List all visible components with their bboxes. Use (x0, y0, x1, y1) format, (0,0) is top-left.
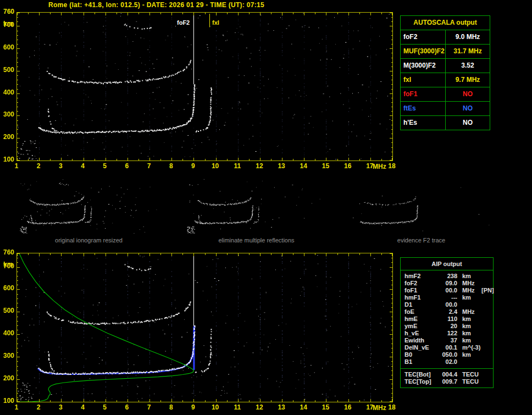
param-extra (480, 323, 493, 330)
x-axis-label-14: 14 (297, 404, 309, 411)
aip-output-table: AIP output hmF2 238 km foF2 09.0 MHz foF… (400, 257, 494, 388)
param-extra (480, 337, 493, 344)
x-axis-label-13: 13 (275, 404, 287, 411)
table-row-M3000F2: M(3000)F2 3.52 (401, 59, 490, 73)
param-value: 09.0 (437, 280, 457, 287)
autoscala-output-table: AUTOSCALA output foF2 9.0 MHz MUF(3000)F… (400, 15, 490, 130)
x-axis-label-9: 9 (187, 163, 199, 170)
thumbnail-canvas-reflections (187, 179, 326, 234)
param-unit: MHz (457, 280, 480, 287)
table-row-hEs: h'Es NO (401, 116, 490, 130)
param-value: --- (437, 294, 457, 301)
param-value: 050.0 (437, 351, 457, 358)
param-unit: km (457, 323, 480, 330)
autoscala-table-header: AUTOSCALA output (401, 16, 490, 30)
aip-row-hmF1: hmF1 --- km (401, 294, 493, 301)
param-value: NO (446, 102, 490, 115)
param-extra (480, 308, 493, 316)
x-axis-label-10: 10 (209, 163, 221, 170)
param-label: ymE (404, 323, 437, 330)
y-axis-label-700: 700 (0, 21, 14, 29)
thumbnail-canvas-original (19, 179, 158, 234)
x-axis-label-2: 2 (32, 163, 45, 170)
ionogram-plot-bottom (16, 253, 393, 402)
param-extra (480, 351, 493, 358)
param-value: 20 (437, 323, 457, 330)
param-label: hmF1 (404, 294, 437, 301)
x-axis-label-9: 9 (187, 404, 199, 411)
param-value: NO (446, 116, 490, 130)
aip-row-B1: B1 02.0 (401, 358, 493, 366)
x-axis-label-14: 14 (297, 163, 309, 170)
y-axis-label-400: 400 (0, 330, 14, 337)
param-label: Ewidth (404, 337, 437, 344)
y-axis-label-500: 500 (0, 67, 14, 74)
param-label: B1 (404, 358, 437, 366)
param-label: hmE (404, 316, 437, 323)
param-label: M(3000)F2 (401, 59, 446, 73)
param-value: 00.0 (437, 287, 457, 294)
aip-row-tec-bot: TEC[Bot] 004.4 TECU (401, 371, 493, 378)
param-unit: MHz (457, 287, 480, 294)
param-unit: km (457, 351, 480, 358)
x-axis-label-12: 12 (253, 163, 265, 170)
param-extra (480, 358, 493, 366)
x-axis-label-11: 11 (231, 163, 243, 170)
autoscala-app-window: Rome (lat: +41.8, lon: 012.5) - DATE: 20… (0, 0, 532, 415)
x-axis-label-3: 3 (54, 163, 66, 170)
table-row-ftEs: ftEs NO (401, 102, 490, 116)
param-value: 2.4 (437, 308, 457, 316)
x-axis-label-17: 17 (364, 163, 376, 170)
param-extra (480, 280, 493, 287)
x-axis-label-6: 6 (121, 163, 133, 170)
param-value: NO (446, 87, 490, 101)
x-axis-label-1: 1 (10, 404, 23, 411)
param-value: 37 (437, 337, 457, 344)
aip-row-tec-top: TEC[Top] 009.7 TECU (401, 378, 493, 385)
station-date-time-title: Rome (lat: +41.8, lon: 012.5) - DATE: 20… (48, 1, 264, 9)
param-label: foF1 (404, 287, 437, 294)
aip-row-ymE: ymE 20 km (401, 323, 493, 330)
x-axis-label-7: 7 (143, 404, 155, 411)
param-value: 9.7 MHz (446, 73, 490, 87)
param-unit: km (457, 316, 480, 323)
y-axis-label-760: 760 (0, 249, 14, 256)
param-label: B0 (404, 351, 437, 358)
table-row-foF1: foF1 NO (401, 87, 490, 102)
param-extra (480, 294, 493, 301)
param-label: foE (404, 308, 437, 316)
x-axis-label-1: 1 (10, 163, 23, 170)
x-axis-label-18: 18 (386, 404, 398, 411)
y-axis-label-500: 500 (0, 307, 14, 314)
aip-row-hmE: hmE 110 km (401, 316, 493, 323)
thumbnail-f2-trace-evidence (352, 179, 491, 234)
param-unit (457, 301, 480, 308)
y-axis-label-300: 300 (0, 111, 14, 118)
x-axis-label-15: 15 (319, 404, 331, 411)
param-label: MUF(3000)F2 (401, 45, 446, 58)
thumbnail-caption: evidence F2 trace (352, 237, 491, 244)
x-axis-label-18: 18 (386, 163, 398, 170)
param-label: h'Es (401, 116, 446, 130)
thumbnail-caption: eliminate multiple reflections (187, 237, 326, 244)
param-value: 004.4 (437, 371, 457, 378)
x-axis-label-3: 3 (54, 404, 66, 411)
param-label: ftEs (401, 102, 446, 115)
x-axis-label-16: 16 (342, 163, 354, 170)
param-label: TEC[Bot] (404, 371, 437, 378)
param-unit: m^(-3) (457, 344, 480, 351)
tec-section: TEC[Bot] 004.4 TECU TEC[Top] 009.7 TECU (401, 368, 493, 385)
x-axis-label-4: 4 (77, 404, 89, 411)
fxI-marker-label: fxI (211, 19, 220, 26)
y-axis-label-200: 200 (0, 375, 14, 382)
param-value: 110 (437, 316, 457, 323)
param-value: 122 (437, 330, 457, 337)
aip-row-Ewidth: Ewidth 37 km (401, 337, 493, 344)
x-axis-label-8: 8 (165, 404, 177, 411)
aip-row-h_vE: h_vE 122 km (401, 330, 493, 337)
thumbnail-canvas-f2trace (352, 179, 491, 234)
param-label: DelN_vE (404, 344, 437, 351)
param-unit: TECU (457, 371, 493, 378)
param-value: 02.0 (437, 358, 457, 366)
y-axis-label-300: 300 (0, 352, 14, 359)
